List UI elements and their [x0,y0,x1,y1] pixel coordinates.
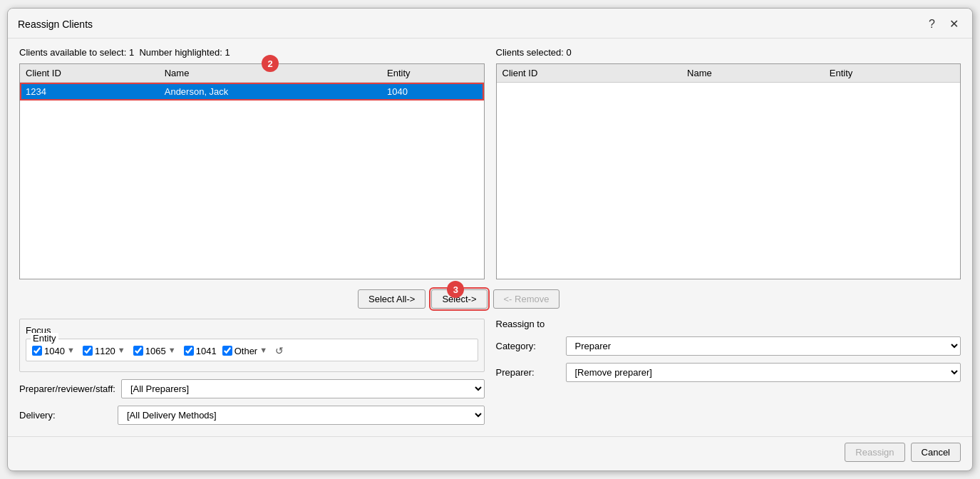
entity-checkbox-1065[interactable] [133,346,143,356]
entity-item-1040: 1040 ▼ [32,346,77,356]
focus-area: Focus Entity 1040 ▼ 1120 [19,319,485,372]
close-button[interactable]: ✕ [946,16,962,32]
left-panel-header: Clients available to select: 1 Number hi… [19,47,485,58]
dialog-footer: Reassign Cancel [8,436,972,470]
entity-item-other: Other ▼ [222,346,270,356]
remove-area: <- Remove [493,289,961,309]
cell-client-id: 1234 [20,83,159,101]
highlighted-label: Number highlighted: [139,47,222,58]
entity-label: Entity [31,333,58,344]
entity-checkbox-1040[interactable] [32,346,42,356]
category-select[interactable]: Preparer Reviewer Staff [566,336,961,356]
left-col-client-id: Client ID [20,64,159,83]
reassign-clients-dialog: Reassign Clients ? ✕ Clients available t… [7,8,973,471]
middle-section: Select All-> 3 Select-> <- Remove [19,285,961,313]
preparer-reassign-row: Preparer: [Remove preparer] [496,363,961,382]
select-buttons-area: Select All-> 3 Select-> [19,289,488,309]
cancel-button[interactable]: Cancel [911,443,961,462]
right-panel-header: Clients selected: 0 [496,47,961,58]
left-table-wrapper: 2 Client ID Name Entity [19,63,485,279]
table-row[interactable]: 1234 Anderson, Jack 1040 [20,83,484,101]
reset-icon[interactable]: ↺ [275,345,284,356]
entity-checkbox-other[interactable] [222,346,232,356]
left-table: Client ID Name Entity 1234 Anderson, Jac… [20,64,484,101]
funnel-icon-1065[interactable]: ▼ [168,346,178,356]
clients-available-count: 1 [129,47,134,58]
dialog-title: Reassign Clients [18,19,93,30]
entity-label-1065: 1065 [145,346,166,356]
entity-label-1120: 1120 [95,346,115,356]
entity-item-1041: 1041 [184,346,217,356]
entity-label-other: Other [234,346,258,356]
select-all-button[interactable]: Select All-> [358,289,425,309]
entity-items: 1040 ▼ 1120 ▼ 1065 ▼ [32,344,284,356]
dialog-body: Clients available to select: 1 Number hi… [8,38,972,436]
delivery-label: Delivery: [19,410,112,421]
left-table-header-row: Client ID Name Entity [20,64,484,83]
right-table-header-row: Client ID Name Entity [497,64,961,83]
clients-selected-label: Clients selected: [496,47,564,58]
funnel-icon-1040[interactable]: ▼ [67,346,77,356]
funnel-icon-1120[interactable]: ▼ [118,346,128,356]
clients-selected-count: 0 [567,47,572,58]
entity-label-1040: 1040 [44,346,65,356]
clients-available-label: Clients available to select: [19,47,126,58]
reassign-to-title: Reassign to [496,319,961,329]
entity-item-1120: 1120 ▼ [83,346,128,356]
select-btn-wrapper: 3 Select-> [431,289,487,309]
right-panel: Clients selected: 0 Client ID Name Entit… [496,47,961,279]
cell-entity: 1040 [381,83,483,101]
focus-panel: Focus Entity 1040 ▼ 1120 [19,319,485,425]
bottom-section: Focus Entity 1040 ▼ 1120 [19,319,961,428]
left-panel: Clients available to select: 1 Number hi… [19,47,485,279]
delivery-select[interactable]: [All Delivery Methods] [118,406,485,425]
cell-name: Anderson, Jack [159,83,381,101]
entity-item-1065: 1065 ▼ [133,346,178,356]
funnel-icon-other[interactable]: ▼ [259,346,269,356]
reassign-button[interactable]: Reassign [845,443,904,462]
entity-label-1041: 1041 [196,346,217,356]
left-table-body: 1234 Anderson, Jack 1040 [20,83,484,101]
left-table-container[interactable]: Client ID Name Entity 1234 Anderson, Jac… [19,63,485,279]
category-row: Category: Preparer Reviewer Staff [496,336,961,356]
delivery-row: Delivery: [All Delivery Methods] [19,406,485,425]
preparer-reassign-select[interactable]: [Remove preparer] [566,363,961,382]
right-table: Client ID Name Entity [497,64,961,83]
top-section: Clients available to select: 1 Number hi… [19,47,961,279]
highlighted-count: 1 [225,47,229,58]
right-col-entity: Entity [824,64,960,83]
right-col-client-id: Client ID [497,64,682,83]
title-bar: Reassign Clients ? ✕ [8,9,972,38]
right-table-container[interactable]: Client ID Name Entity [496,63,961,279]
reassign-to-panel: Reassign to Category: Preparer Reviewer … [496,319,961,425]
left-col-entity: Entity [381,64,483,83]
step2-badge: 2 [262,55,279,72]
right-col-name: Name [681,64,824,83]
entity-row: Entity 1040 ▼ 1120 ▼ [26,339,478,361]
preparer-select[interactable]: [All Preparers] [121,379,485,398]
help-button[interactable]: ? [925,16,939,32]
entity-checkbox-1120[interactable] [83,346,93,356]
focus-title: Focus [26,325,478,336]
preparer-reassign-label: Preparer: [496,367,560,378]
entity-checkbox-1041[interactable] [184,346,194,356]
category-label: Category: [496,341,560,351]
preparer-row: Preparer/reviewer/staff: [All Preparers] [19,379,485,398]
preparer-label: Preparer/reviewer/staff: [19,383,115,394]
title-bar-controls: ? ✕ [925,16,962,32]
remove-button[interactable]: <- Remove [493,289,560,309]
